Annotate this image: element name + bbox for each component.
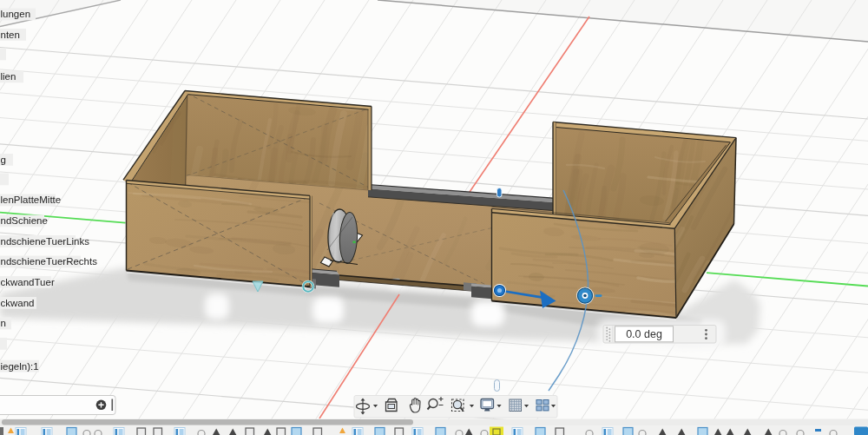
svg-text:ndschieneTuerRechts: ndschieneTuerRechts — [1, 256, 98, 267]
svg-text:lungen: lungen — [1, 9, 31, 19]
svg-text:ckwand: ckwand — [1, 298, 35, 308]
svg-text:lenPlatteMitte: lenPlatteMitte — [1, 194, 62, 205]
svg-text:lien: lien — [1, 71, 16, 82]
svg-text:ckwandTuer: ckwandTuer — [1, 277, 55, 287]
svg-text:ndschieneTuerLinks: ndschieneTuerLinks — [1, 236, 90, 247]
svg-text:iegeln):1: iegeln):1 — [1, 361, 39, 372]
svg-text:g: g — [1, 155, 6, 165]
svg-text:ndSchiene: ndSchiene — [1, 215, 48, 226]
svg-text:n: n — [1, 318, 6, 328]
svg-text:nten: nten — [1, 30, 20, 40]
svg-text:0.0 deg: 0.0 deg — [626, 328, 662, 340]
